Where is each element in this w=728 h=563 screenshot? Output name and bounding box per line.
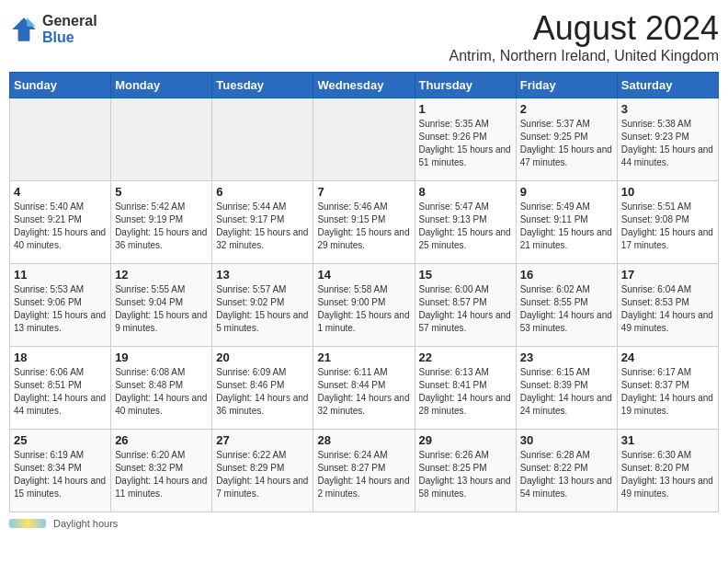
logo: General Blue: [9, 13, 97, 45]
calendar-cell: 27Sunrise: 6:22 AM Sunset: 8:29 PM Dayli…: [212, 430, 313, 512]
day-detail: Sunrise: 5:55 AM Sunset: 9:04 PM Dayligh…: [115, 283, 208, 335]
day-detail: Sunrise: 5:46 AM Sunset: 9:15 PM Dayligh…: [317, 201, 410, 252]
day-detail: Sunrise: 5:58 AM Sunset: 9:00 PM Dayligh…: [317, 283, 410, 335]
day-number: 24: [621, 350, 714, 364]
day-detail: Sunrise: 5:38 AM Sunset: 9:23 PM Dayligh…: [621, 118, 714, 169]
day-detail: Sunrise: 6:08 AM Sunset: 8:48 PM Dayligh…: [115, 366, 208, 418]
calendar-cell: 15Sunrise: 6:00 AM Sunset: 8:57 PM Dayli…: [415, 264, 516, 347]
calendar-cell: 26Sunrise: 6:20 AM Sunset: 8:32 PM Dayli…: [111, 430, 212, 512]
calendar-col-header: Monday: [111, 73, 212, 98]
day-number: 7: [317, 185, 410, 199]
calendar-week-row: 25Sunrise: 6:19 AM Sunset: 8:34 PM Dayli…: [10, 430, 719, 512]
calendar-cell: [313, 98, 415, 181]
day-detail: Sunrise: 5:51 AM Sunset: 9:08 PM Dayligh…: [621, 201, 714, 252]
calendar-cell: [10, 98, 111, 181]
day-detail: Sunrise: 5:44 AM Sunset: 9:17 PM Dayligh…: [216, 201, 309, 252]
day-detail: Sunrise: 6:04 AM Sunset: 8:53 PM Dayligh…: [621, 283, 714, 335]
day-number: 14: [317, 268, 410, 282]
calendar-cell: 19Sunrise: 6:08 AM Sunset: 8:48 PM Dayli…: [111, 347, 212, 430]
day-number: 16: [520, 268, 613, 282]
day-number: 26: [115, 433, 208, 447]
day-detail: Sunrise: 5:40 AM Sunset: 9:21 PM Dayligh…: [14, 201, 107, 252]
calendar-col-header: Thursday: [415, 73, 516, 98]
day-number: 6: [216, 185, 309, 199]
day-detail: Sunrise: 5:53 AM Sunset: 9:06 PM Dayligh…: [14, 283, 107, 335]
calendar-cell: [212, 98, 313, 181]
day-detail: Sunrise: 6:20 AM Sunset: 8:32 PM Dayligh…: [115, 449, 208, 500]
day-number: 5: [115, 185, 208, 199]
calendar-cell: 29Sunrise: 6:26 AM Sunset: 8:25 PM Dayli…: [415, 430, 516, 512]
calendar-cell: 25Sunrise: 6:19 AM Sunset: 8:34 PM Dayli…: [10, 430, 111, 512]
calendar-cell: 2Sunrise: 5:37 AM Sunset: 9:25 PM Daylig…: [516, 98, 617, 181]
day-number: 8: [419, 185, 512, 199]
day-detail: Sunrise: 5:47 AM Sunset: 9:13 PM Dayligh…: [419, 201, 512, 252]
calendar-cell: 22Sunrise: 6:13 AM Sunset: 8:41 PM Dayli…: [415, 347, 516, 430]
day-detail: Sunrise: 6:28 AM Sunset: 8:22 PM Dayligh…: [520, 449, 613, 500]
day-number: 17: [621, 268, 714, 282]
day-detail: Sunrise: 6:24 AM Sunset: 8:27 PM Dayligh…: [317, 449, 410, 500]
calendar-col-header: Tuesday: [212, 73, 313, 98]
day-number: 27: [216, 433, 309, 447]
day-number: 29: [419, 433, 512, 447]
day-detail: Sunrise: 5:37 AM Sunset: 9:25 PM Dayligh…: [520, 118, 613, 169]
calendar-cell: 12Sunrise: 5:55 AM Sunset: 9:04 PM Dayli…: [111, 264, 212, 347]
calendar-cell: 31Sunrise: 6:30 AM Sunset: 8:20 PM Dayli…: [617, 430, 718, 512]
day-number: 1: [419, 102, 512, 116]
calendar-col-header: Friday: [516, 73, 617, 98]
day-detail: Sunrise: 6:02 AM Sunset: 8:55 PM Dayligh…: [520, 283, 613, 335]
calendar-cell: 10Sunrise: 5:51 AM Sunset: 9:08 PM Dayli…: [617, 181, 718, 264]
calendar-cell: 7Sunrise: 5:46 AM Sunset: 9:15 PM Daylig…: [313, 181, 415, 264]
calendar-week-row: 11Sunrise: 5:53 AM Sunset: 9:06 PM Dayli…: [10, 264, 719, 347]
calendar-body: 1Sunrise: 5:35 AM Sunset: 9:26 PM Daylig…: [10, 98, 719, 512]
calendar-cell: 6Sunrise: 5:44 AM Sunset: 9:17 PM Daylig…: [212, 181, 313, 264]
calendar-cell: 1Sunrise: 5:35 AM Sunset: 9:26 PM Daylig…: [415, 98, 516, 181]
calendar-cell: 16Sunrise: 6:02 AM Sunset: 8:55 PM Dayli…: [516, 264, 617, 347]
logo-general: General: [42, 13, 97, 29]
page-subtitle: Antrim, Northern Ireland, United Kingdom: [449, 48, 719, 64]
day-detail: Sunrise: 6:19 AM Sunset: 8:34 PM Dayligh…: [14, 449, 107, 500]
calendar-cell: 11Sunrise: 5:53 AM Sunset: 9:06 PM Dayli…: [10, 264, 111, 347]
calendar-cell: 21Sunrise: 6:11 AM Sunset: 8:44 PM Dayli…: [313, 347, 415, 430]
logo-text: General Blue: [42, 13, 97, 45]
calendar-col-header: Sunday: [10, 73, 111, 98]
day-detail: Sunrise: 6:11 AM Sunset: 8:44 PM Dayligh…: [317, 366, 410, 418]
calendar-cell: 18Sunrise: 6:06 AM Sunset: 8:51 PM Dayli…: [10, 347, 111, 430]
calendar-cell: 9Sunrise: 5:49 AM Sunset: 9:11 PM Daylig…: [516, 181, 617, 264]
day-detail: Sunrise: 6:09 AM Sunset: 8:46 PM Dayligh…: [216, 366, 309, 418]
daylight-label: Daylight hours: [53, 518, 118, 529]
calendar-cell: 28Sunrise: 6:24 AM Sunset: 8:27 PM Dayli…: [313, 430, 415, 512]
calendar-cell: 23Sunrise: 6:15 AM Sunset: 8:39 PM Dayli…: [516, 347, 617, 430]
calendar-cell: 3Sunrise: 5:38 AM Sunset: 9:23 PM Daylig…: [617, 98, 718, 181]
day-detail: Sunrise: 6:30 AM Sunset: 8:20 PM Dayligh…: [621, 449, 714, 500]
day-detail: Sunrise: 5:49 AM Sunset: 9:11 PM Dayligh…: [520, 201, 613, 252]
calendar-cell: 30Sunrise: 6:28 AM Sunset: 8:22 PM Dayli…: [516, 430, 617, 512]
day-number: 21: [317, 350, 410, 364]
daylight-indicator: [9, 519, 46, 528]
day-detail: Sunrise: 6:17 AM Sunset: 8:37 PM Dayligh…: [621, 366, 714, 418]
logo-blue: Blue: [42, 29, 97, 46]
logo-icon: [9, 15, 39, 44]
day-detail: Sunrise: 6:22 AM Sunset: 8:29 PM Dayligh…: [216, 449, 309, 500]
day-number: 11: [14, 268, 107, 282]
day-number: 13: [216, 268, 309, 282]
day-number: 10: [621, 185, 714, 199]
calendar-header-row: SundayMondayTuesdayWednesdayThursdayFrid…: [10, 73, 719, 98]
svg-marker-0: [12, 17, 36, 41]
calendar-week-row: 1Sunrise: 5:35 AM Sunset: 9:26 PM Daylig…: [10, 98, 719, 181]
day-detail: Sunrise: 6:13 AM Sunset: 8:41 PM Dayligh…: [419, 366, 512, 418]
day-detail: Sunrise: 6:00 AM Sunset: 8:57 PM Dayligh…: [419, 283, 512, 335]
footer: Daylight hours: [9, 518, 719, 529]
day-number: 31: [621, 433, 714, 447]
calendar-cell: 8Sunrise: 5:47 AM Sunset: 9:13 PM Daylig…: [415, 181, 516, 264]
day-number: 23: [520, 350, 613, 364]
day-number: 3: [621, 102, 714, 116]
day-number: 12: [115, 268, 208, 282]
day-number: 9: [520, 185, 613, 199]
day-detail: Sunrise: 5:42 AM Sunset: 9:19 PM Dayligh…: [115, 201, 208, 252]
day-detail: Sunrise: 5:35 AM Sunset: 9:26 PM Dayligh…: [419, 118, 512, 169]
page-title: August 2024: [449, 9, 719, 48]
day-number: 19: [115, 350, 208, 364]
calendar-cell: 17Sunrise: 6:04 AM Sunset: 8:53 PM Dayli…: [617, 264, 718, 347]
calendar-cell: [111, 98, 212, 181]
day-number: 25: [14, 433, 107, 447]
